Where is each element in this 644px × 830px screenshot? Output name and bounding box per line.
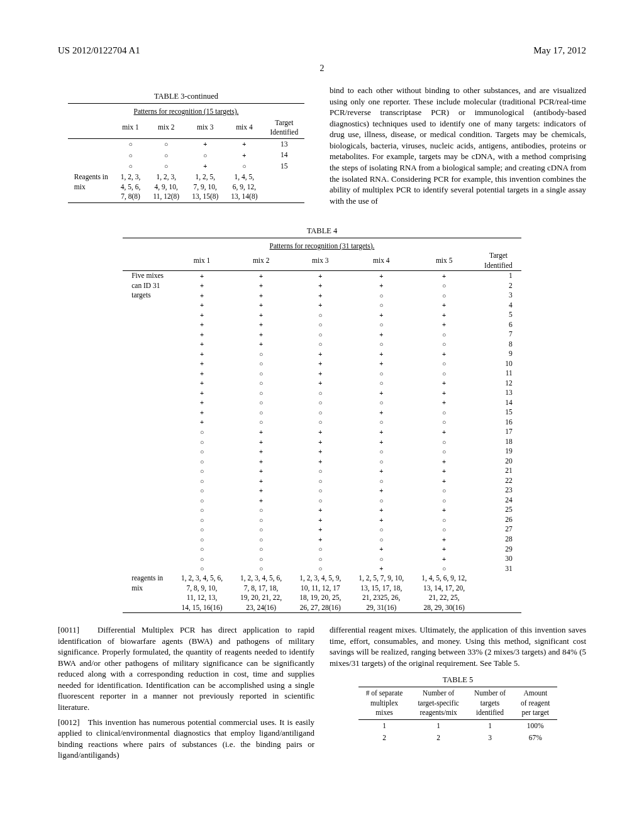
table-row: ++○○+6 bbox=[123, 320, 521, 330]
pattern-cell: ○ bbox=[413, 418, 475, 428]
target-id-cell: 16 bbox=[475, 418, 521, 428]
target-id-cell: 10 bbox=[475, 359, 521, 369]
row-label-cell bbox=[123, 515, 172, 525]
para-0012: [0012] This invention has numerous poten… bbox=[58, 717, 314, 761]
pattern-cell: + bbox=[231, 281, 291, 291]
target-id-cell: 20 bbox=[475, 456, 521, 467]
pattern-cell: ○ bbox=[350, 398, 413, 408]
row-label-cell bbox=[123, 485, 172, 495]
pattern-cell: + bbox=[231, 271, 291, 281]
pattern-cell: + bbox=[291, 515, 350, 525]
pattern-cell: ○ bbox=[172, 485, 231, 495]
target-id-cell: 9 bbox=[475, 349, 521, 359]
pattern-cell: ○ bbox=[172, 524, 231, 534]
target-id-cell: 11 bbox=[475, 368, 521, 379]
row-label-cell bbox=[123, 301, 172, 311]
pattern-cell: + bbox=[413, 476, 475, 486]
pattern-cell: ○ bbox=[114, 138, 147, 150]
row-label-cell bbox=[123, 534, 172, 545]
target-id-cell: 5 bbox=[475, 310, 521, 320]
pattern-cell: + bbox=[231, 446, 291, 456]
pattern-cell: + bbox=[291, 437, 350, 447]
pattern-cell: ○ bbox=[172, 427, 231, 437]
row-label-cell bbox=[123, 554, 172, 564]
t3-col-target: Target Identified bbox=[264, 118, 304, 139]
table-row: +○+++9 bbox=[123, 349, 521, 359]
table-row: Five mixes+++++1 bbox=[123, 271, 521, 281]
row-label-cell bbox=[123, 407, 172, 418]
pattern-cell: ○ bbox=[350, 340, 413, 350]
target-id-cell: 21 bbox=[475, 466, 521, 476]
t5-col-3: Number of targets identified bbox=[467, 687, 513, 720]
pattern-cell: + bbox=[413, 320, 475, 330]
pattern-cell: + bbox=[413, 349, 475, 359]
pattern-cell: + bbox=[350, 407, 413, 418]
pattern-cell: + bbox=[291, 446, 350, 456]
pattern-cell: ○ bbox=[413, 407, 475, 418]
target-id-cell: 23 bbox=[475, 485, 521, 495]
pattern-cell: + bbox=[413, 301, 475, 311]
table-cell: 100% bbox=[513, 719, 557, 732]
target-id-cell: 15 bbox=[475, 407, 521, 418]
pattern-cell: ○ bbox=[147, 161, 186, 172]
pattern-cell: + bbox=[231, 466, 291, 476]
row-label-cell bbox=[123, 379, 172, 389]
table-cell: 2 bbox=[358, 732, 411, 744]
pattern-cell: ○ bbox=[413, 495, 475, 506]
pattern-cell: ○ bbox=[413, 368, 475, 379]
pattern-cell: ○ bbox=[291, 407, 350, 418]
row-label-cell bbox=[123, 329, 172, 340]
pattern-cell: + bbox=[413, 388, 475, 398]
row-label-cell bbox=[123, 310, 172, 320]
pattern-cell: ○ bbox=[291, 466, 350, 476]
row-label-cell bbox=[123, 466, 172, 476]
t3-col-2: mix 2 bbox=[147, 118, 186, 139]
table-row: ○++○○19 bbox=[123, 446, 521, 456]
pattern-cell: + bbox=[172, 329, 231, 340]
pattern-cell: ○ bbox=[114, 150, 147, 161]
pattern-cell: + bbox=[291, 524, 350, 534]
target-id-cell: 26 bbox=[475, 515, 521, 525]
pattern-cell: + bbox=[231, 290, 291, 301]
pattern-cell: + bbox=[413, 545, 475, 555]
pattern-cell: + bbox=[231, 437, 291, 447]
pattern-cell: ○ bbox=[172, 446, 231, 456]
target-id-cell: 24 bbox=[475, 495, 521, 506]
table-row: ○○○○+30 bbox=[123, 554, 521, 564]
pattern-cell: ○ bbox=[291, 329, 350, 340]
row-label-cell bbox=[123, 524, 172, 534]
pattern-cell: + bbox=[231, 310, 291, 320]
pub-date: May 17, 2012 bbox=[533, 44, 586, 57]
pattern-cell: ○ bbox=[231, 368, 291, 379]
page-number: 2 bbox=[58, 63, 586, 75]
pattern-cell: ○ bbox=[172, 564, 231, 574]
t3-reagents-1: 1, 2, 3, 4, 5, 6, 7, 8(8) bbox=[114, 172, 147, 202]
pattern-cell: ○ bbox=[413, 437, 475, 447]
table-row: ○+○○+22 bbox=[123, 476, 521, 486]
table-cell: 67% bbox=[513, 732, 557, 744]
target-id-cell: 28 bbox=[475, 534, 521, 545]
pattern-cell: + bbox=[172, 340, 231, 350]
row-label-cell bbox=[123, 359, 172, 369]
para-0011-num: [0011] bbox=[58, 625, 79, 634]
table-row: ++○+○7 bbox=[123, 329, 521, 340]
pattern-cell: + bbox=[291, 301, 350, 311]
target-id-cell: 14 bbox=[475, 398, 521, 408]
row-label-cell: Five mixes bbox=[123, 271, 172, 281]
table-row: ○+○○○24 bbox=[123, 495, 521, 506]
pattern-cell: ○ bbox=[172, 456, 231, 467]
t4-col-2: mix 2 bbox=[231, 251, 291, 271]
pattern-cell: ○ bbox=[172, 495, 231, 506]
table-row: ○○++13 bbox=[68, 138, 304, 150]
pattern-cell: ○ bbox=[172, 554, 231, 564]
t3-reagents-4: 1, 4, 5, 6, 9, 12, 13, 14(8) bbox=[225, 172, 264, 202]
table-4-title: TABLE 4 bbox=[58, 226, 586, 236]
row-label-cell bbox=[123, 446, 172, 456]
target-id-cell: 2 bbox=[475, 281, 521, 291]
table-row: ○○+○+28 bbox=[123, 534, 521, 545]
pattern-cell: ○ bbox=[291, 485, 350, 495]
row-label-cell bbox=[123, 349, 172, 359]
pattern-cell: + bbox=[350, 359, 413, 369]
table-row: ○+++○18 bbox=[123, 437, 521, 447]
pattern-cell: ○ bbox=[413, 290, 475, 301]
